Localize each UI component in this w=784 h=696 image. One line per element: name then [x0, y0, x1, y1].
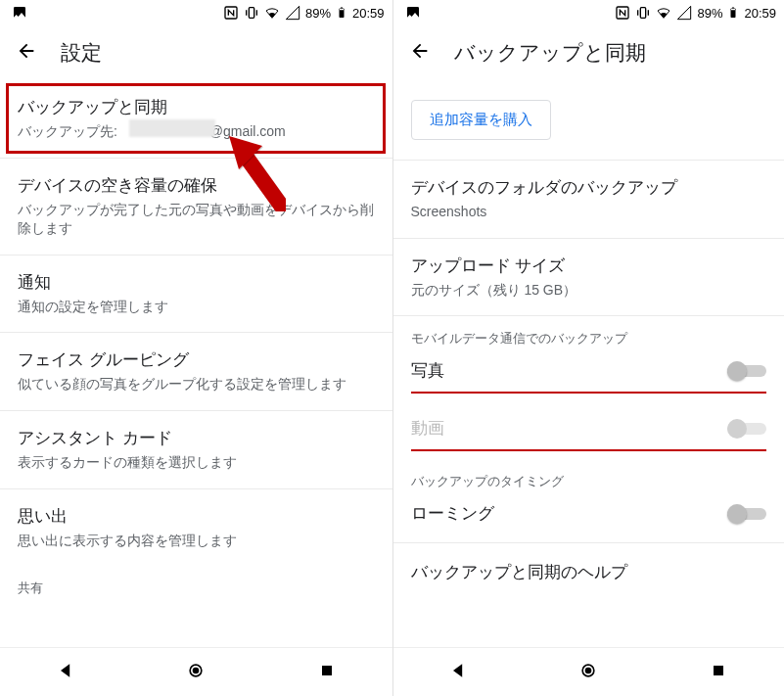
row-backup-sync[interactable]: バックアップと同期 バックアップ先: @gmail.com — [0, 80, 392, 159]
svg-rect-1 — [249, 8, 254, 19]
svg-point-14 — [585, 667, 592, 673]
battery-percent: 89% — [305, 6, 331, 21]
row-subtitle: 元のサイズ（残り 15 GB） — [411, 281, 767, 301]
annotation-underline-videos — [411, 449, 767, 451]
svg-rect-7 — [322, 666, 332, 675]
nav-recent-icon[interactable] — [317, 661, 337, 684]
row-title: 通知 — [18, 271, 375, 294]
page-title: 設定 — [61, 39, 102, 67]
backup-dest-prefix: バックアップ先: — [18, 123, 121, 139]
svg-rect-9 — [641, 8, 646, 19]
svg-rect-11 — [732, 8, 734, 9]
screenshot-icon — [12, 5, 27, 21]
nav-bar — [393, 647, 785, 696]
row-title: デバイスの空き容量の確保 — [18, 174, 375, 197]
redacted-email — [129, 119, 215, 137]
mobile-data-section-label: モバイルデータ通信でのバックアップ — [393, 316, 785, 349]
back-icon[interactable] — [16, 40, 37, 66]
backup-sync-content: 追加容量を購入 デバイスのフォルダのバックアップ Screenshots アップ… — [393, 80, 785, 647]
svg-rect-12 — [731, 9, 735, 10]
wifi-icon — [264, 5, 280, 21]
status-bar: 89% 20:59 — [393, 0, 785, 25]
row-subtitle: 表示するカードの種類を選択します — [18, 453, 375, 473]
row-subtitle: 思い出に表示する内容を管理します — [18, 532, 375, 551]
signal-icon — [285, 5, 300, 21]
row-roaming-toggle[interactable]: ローミング — [393, 492, 785, 543]
svg-rect-15 — [714, 666, 723, 675]
roaming-switch[interactable] — [727, 503, 766, 525]
vibrate-icon — [244, 5, 259, 21]
battery-icon — [727, 5, 739, 21]
videos-switch — [727, 418, 766, 440]
page-title: バックアップと同期 — [454, 39, 646, 67]
row-title: バックアップと同期のヘルプ — [411, 561, 767, 583]
battery-percent: 89% — [697, 6, 722, 21]
settings-list: バックアップと同期 バックアップ先: @gmail.com デバイスの空き容量の… — [0, 80, 392, 647]
row-photos-toggle[interactable]: 写真 — [393, 349, 785, 392]
row-title: アップロード サイズ — [411, 255, 767, 277]
roaming-label: ローミング — [411, 502, 494, 525]
nav-recent-icon[interactable] — [709, 661, 728, 684]
clock-time: 20:59 — [352, 6, 385, 21]
clock-time: 20:59 — [744, 6, 776, 21]
share-section-label: 共有 — [0, 566, 392, 599]
svg-rect-4 — [340, 9, 344, 10]
row-title: 思い出 — [18, 505, 375, 528]
nav-bar — [0, 647, 392, 696]
back-icon[interactable] — [409, 40, 431, 66]
header: バックアップと同期 — [393, 25, 785, 80]
status-bar: 89% 20:59 — [0, 0, 392, 25]
row-assistant-cards[interactable]: アシスタント カード 表示するカードの種類を選択します — [0, 411, 392, 489]
buy-storage-button[interactable]: 追加容量を購入 — [411, 100, 551, 140]
photos-label: 写真 — [411, 359, 444, 382]
svg-rect-3 — [341, 8, 343, 9]
row-subtitle: 通知の設定を管理します — [18, 298, 375, 317]
row-subtitle: バックアップが完了した元の写真や動画をデバイスから削除します — [18, 201, 375, 239]
row-subtitle: 似ている顔の写真をグループ化する設定を管理します — [18, 375, 375, 394]
signal-icon — [676, 5, 692, 21]
nfc-icon — [615, 5, 630, 21]
row-face-grouping[interactable]: フェイス グルーピング 似ている顔の写真をグループ化する設定を管理します — [0, 333, 392, 411]
row-upload-size[interactable]: アップロード サイズ 元のサイズ（残り 15 GB） — [393, 239, 785, 317]
screen-backup-sync: 89% 20:59 バックアップと同期 追加容量を購入 デバイスのフォルダのバッ… — [392, 0, 785, 696]
row-subtitle: Screenshots — [411, 203, 767, 222]
row-device-folders[interactable]: デバイスのフォルダのバックアップ Screenshots — [393, 161, 785, 239]
row-title: アシスタント カード — [18, 427, 375, 449]
row-help[interactable]: バックアップと同期のヘルプ — [393, 543, 785, 603]
row-memories[interactable]: 思い出 思い出に表示する内容を管理します — [0, 489, 392, 567]
svg-point-6 — [193, 667, 200, 673]
nav-back-icon[interactable] — [448, 661, 468, 684]
row-title: フェイス グルーピング — [18, 348, 375, 371]
nav-back-icon[interactable] — [56, 661, 75, 684]
vibrate-icon — [635, 5, 651, 21]
timing-section-label: バックアップのタイミング — [393, 459, 785, 492]
buy-storage-wrap: 追加容量を購入 — [393, 80, 785, 161]
wifi-icon — [656, 5, 671, 21]
row-free-up-space[interactable]: デバイスの空き容量の確保 バックアップが完了した元の写真や動画をデバイスから削除… — [0, 159, 392, 255]
nfc-icon — [223, 5, 239, 21]
battery-icon — [336, 5, 347, 21]
row-title: バックアップと同期 — [18, 96, 375, 118]
nav-home-icon[interactable] — [578, 661, 598, 684]
nav-home-icon[interactable] — [186, 661, 206, 684]
screen-settings: 89% 20:59 設定 バックアップと同期 バックアップ先: @gmail.c… — [0, 0, 392, 696]
row-videos-toggle: 動画 — [393, 407, 785, 449]
screenshot-icon — [405, 5, 421, 21]
photos-switch[interactable] — [727, 360, 766, 382]
videos-label: 動画 — [411, 417, 444, 440]
annotation-underline-photos — [411, 392, 767, 394]
row-notifications[interactable]: 通知 通知の設定を管理します — [0, 255, 392, 334]
row-title: デバイスのフォルダのバックアップ — [411, 176, 767, 199]
backup-dest-suffix: @gmail.com — [209, 123, 286, 139]
header: 設定 — [0, 25, 392, 80]
